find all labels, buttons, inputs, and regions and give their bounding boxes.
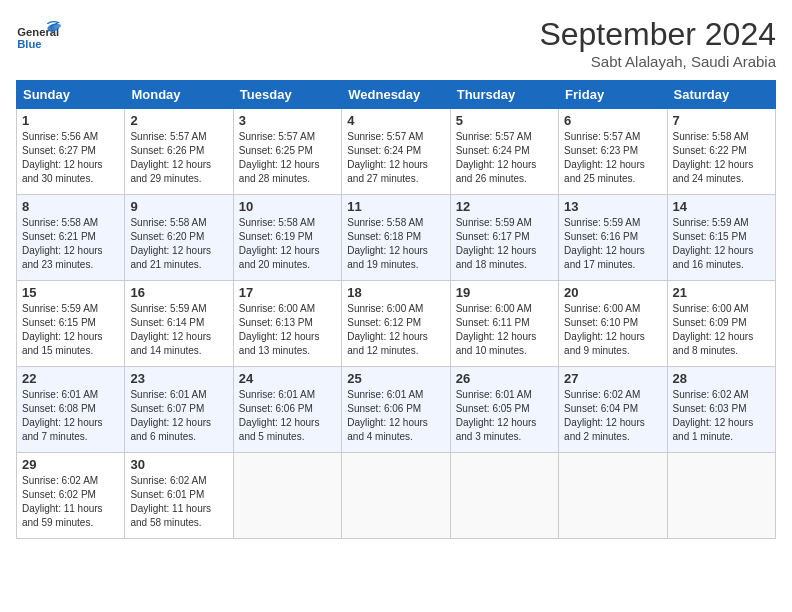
- calendar-week-row: 8Sunrise: 5:58 AM Sunset: 6:21 PM Daylig…: [17, 195, 776, 281]
- calendar-cell: 3Sunrise: 5:57 AM Sunset: 6:25 PM Daylig…: [233, 109, 341, 195]
- calendar-cell: 4Sunrise: 5:57 AM Sunset: 6:24 PM Daylig…: [342, 109, 450, 195]
- calendar-cell: 10Sunrise: 5:58 AM Sunset: 6:19 PM Dayli…: [233, 195, 341, 281]
- day-number: 7: [673, 113, 770, 128]
- calendar-week-row: 1Sunrise: 5:56 AM Sunset: 6:27 PM Daylig…: [17, 109, 776, 195]
- day-info: Sunrise: 5:57 AM Sunset: 6:24 PM Dayligh…: [347, 130, 444, 186]
- day-number: 8: [22, 199, 119, 214]
- day-info: Sunrise: 6:01 AM Sunset: 6:08 PM Dayligh…: [22, 388, 119, 444]
- day-info: Sunrise: 5:58 AM Sunset: 6:20 PM Dayligh…: [130, 216, 227, 272]
- day-info: Sunrise: 6:02 AM Sunset: 6:02 PM Dayligh…: [22, 474, 119, 530]
- day-number: 29: [22, 457, 119, 472]
- day-info: Sunrise: 5:59 AM Sunset: 6:16 PM Dayligh…: [564, 216, 661, 272]
- day-info: Sunrise: 6:00 AM Sunset: 6:12 PM Dayligh…: [347, 302, 444, 358]
- calendar-cell: 13Sunrise: 5:59 AM Sunset: 6:16 PM Dayli…: [559, 195, 667, 281]
- calendar-week-row: 29Sunrise: 6:02 AM Sunset: 6:02 PM Dayli…: [17, 453, 776, 539]
- title-area: September 2024 Sabt Alalayah, Saudi Arab…: [539, 16, 776, 70]
- calendar-cell: 20Sunrise: 6:00 AM Sunset: 6:10 PM Dayli…: [559, 281, 667, 367]
- day-info: Sunrise: 6:01 AM Sunset: 6:06 PM Dayligh…: [239, 388, 336, 444]
- day-number: 25: [347, 371, 444, 386]
- day-info: Sunrise: 5:59 AM Sunset: 6:17 PM Dayligh…: [456, 216, 553, 272]
- calendar-cell: 17Sunrise: 6:00 AM Sunset: 6:13 PM Dayli…: [233, 281, 341, 367]
- calendar-cell: 15Sunrise: 5:59 AM Sunset: 6:15 PM Dayli…: [17, 281, 125, 367]
- day-number: 11: [347, 199, 444, 214]
- day-info: Sunrise: 5:59 AM Sunset: 6:15 PM Dayligh…: [22, 302, 119, 358]
- calendar-cell: 6Sunrise: 5:57 AM Sunset: 6:23 PM Daylig…: [559, 109, 667, 195]
- calendar-cell: [233, 453, 341, 539]
- day-number: 20: [564, 285, 661, 300]
- calendar-cell: 2Sunrise: 5:57 AM Sunset: 6:26 PM Daylig…: [125, 109, 233, 195]
- calendar-cell: 19Sunrise: 6:00 AM Sunset: 6:11 PM Dayli…: [450, 281, 558, 367]
- calendar-cell: 1Sunrise: 5:56 AM Sunset: 6:27 PM Daylig…: [17, 109, 125, 195]
- day-info: Sunrise: 5:59 AM Sunset: 6:14 PM Dayligh…: [130, 302, 227, 358]
- day-info: Sunrise: 6:00 AM Sunset: 6:09 PM Dayligh…: [673, 302, 770, 358]
- calendar-cell: 23Sunrise: 6:01 AM Sunset: 6:07 PM Dayli…: [125, 367, 233, 453]
- day-info: Sunrise: 5:57 AM Sunset: 6:23 PM Dayligh…: [564, 130, 661, 186]
- calendar-cell: [559, 453, 667, 539]
- day-number: 22: [22, 371, 119, 386]
- day-number: 3: [239, 113, 336, 128]
- header: General Blue September 2024 Sabt Alalaya…: [16, 16, 776, 70]
- header-day-wednesday: Wednesday: [342, 81, 450, 109]
- calendar-cell: 28Sunrise: 6:02 AM Sunset: 6:03 PM Dayli…: [667, 367, 775, 453]
- calendar-cell: 30Sunrise: 6:02 AM Sunset: 6:01 PM Dayli…: [125, 453, 233, 539]
- day-number: 27: [564, 371, 661, 386]
- day-number: 30: [130, 457, 227, 472]
- location-subtitle: Sabt Alalayah, Saudi Arabia: [539, 53, 776, 70]
- day-number: 10: [239, 199, 336, 214]
- day-number: 17: [239, 285, 336, 300]
- day-info: Sunrise: 5:57 AM Sunset: 6:25 PM Dayligh…: [239, 130, 336, 186]
- day-number: 15: [22, 285, 119, 300]
- day-info: Sunrise: 6:00 AM Sunset: 6:10 PM Dayligh…: [564, 302, 661, 358]
- calendar-cell: 27Sunrise: 6:02 AM Sunset: 6:04 PM Dayli…: [559, 367, 667, 453]
- day-info: Sunrise: 6:00 AM Sunset: 6:13 PM Dayligh…: [239, 302, 336, 358]
- day-number: 19: [456, 285, 553, 300]
- calendar-header-row: SundayMondayTuesdayWednesdayThursdayFrid…: [17, 81, 776, 109]
- day-number: 16: [130, 285, 227, 300]
- calendar-cell: 7Sunrise: 5:58 AM Sunset: 6:22 PM Daylig…: [667, 109, 775, 195]
- calendar-cell: 26Sunrise: 6:01 AM Sunset: 6:05 PM Dayli…: [450, 367, 558, 453]
- calendar-cell: 12Sunrise: 5:59 AM Sunset: 6:17 PM Dayli…: [450, 195, 558, 281]
- header-day-sunday: Sunday: [17, 81, 125, 109]
- calendar-cell: 21Sunrise: 6:00 AM Sunset: 6:09 PM Dayli…: [667, 281, 775, 367]
- day-number: 4: [347, 113, 444, 128]
- calendar-week-row: 15Sunrise: 5:59 AM Sunset: 6:15 PM Dayli…: [17, 281, 776, 367]
- calendar-cell: 8Sunrise: 5:58 AM Sunset: 6:21 PM Daylig…: [17, 195, 125, 281]
- day-number: 23: [130, 371, 227, 386]
- day-number: 28: [673, 371, 770, 386]
- calendar-cell: 11Sunrise: 5:58 AM Sunset: 6:18 PM Dayli…: [342, 195, 450, 281]
- calendar-cell: 25Sunrise: 6:01 AM Sunset: 6:06 PM Dayli…: [342, 367, 450, 453]
- day-number: 26: [456, 371, 553, 386]
- header-day-thursday: Thursday: [450, 81, 558, 109]
- calendar-cell: 5Sunrise: 5:57 AM Sunset: 6:24 PM Daylig…: [450, 109, 558, 195]
- day-number: 6: [564, 113, 661, 128]
- day-number: 14: [673, 199, 770, 214]
- day-number: 24: [239, 371, 336, 386]
- day-number: 9: [130, 199, 227, 214]
- day-info: Sunrise: 5:58 AM Sunset: 6:18 PM Dayligh…: [347, 216, 444, 272]
- calendar-cell: 24Sunrise: 6:01 AM Sunset: 6:06 PM Dayli…: [233, 367, 341, 453]
- day-number: 13: [564, 199, 661, 214]
- day-number: 12: [456, 199, 553, 214]
- calendar-cell: 9Sunrise: 5:58 AM Sunset: 6:20 PM Daylig…: [125, 195, 233, 281]
- day-number: 5: [456, 113, 553, 128]
- day-info: Sunrise: 6:00 AM Sunset: 6:11 PM Dayligh…: [456, 302, 553, 358]
- day-number: 21: [673, 285, 770, 300]
- day-info: Sunrise: 6:01 AM Sunset: 6:06 PM Dayligh…: [347, 388, 444, 444]
- calendar-cell: [450, 453, 558, 539]
- calendar-table: SundayMondayTuesdayWednesdayThursdayFrid…: [16, 80, 776, 539]
- day-info: Sunrise: 5:59 AM Sunset: 6:15 PM Dayligh…: [673, 216, 770, 272]
- day-number: 18: [347, 285, 444, 300]
- day-info: Sunrise: 6:02 AM Sunset: 6:03 PM Dayligh…: [673, 388, 770, 444]
- day-info: Sunrise: 5:58 AM Sunset: 6:19 PM Dayligh…: [239, 216, 336, 272]
- calendar-cell: 29Sunrise: 6:02 AM Sunset: 6:02 PM Dayli…: [17, 453, 125, 539]
- day-info: Sunrise: 6:02 AM Sunset: 6:04 PM Dayligh…: [564, 388, 661, 444]
- header-day-saturday: Saturday: [667, 81, 775, 109]
- header-day-tuesday: Tuesday: [233, 81, 341, 109]
- calendar-cell: 14Sunrise: 5:59 AM Sunset: 6:15 PM Dayli…: [667, 195, 775, 281]
- logo-svg: General Blue: [16, 16, 66, 56]
- calendar-cell: 22Sunrise: 6:01 AM Sunset: 6:08 PM Dayli…: [17, 367, 125, 453]
- calendar-cell: [342, 453, 450, 539]
- header-day-friday: Friday: [559, 81, 667, 109]
- header-day-monday: Monday: [125, 81, 233, 109]
- day-info: Sunrise: 5:56 AM Sunset: 6:27 PM Dayligh…: [22, 130, 119, 186]
